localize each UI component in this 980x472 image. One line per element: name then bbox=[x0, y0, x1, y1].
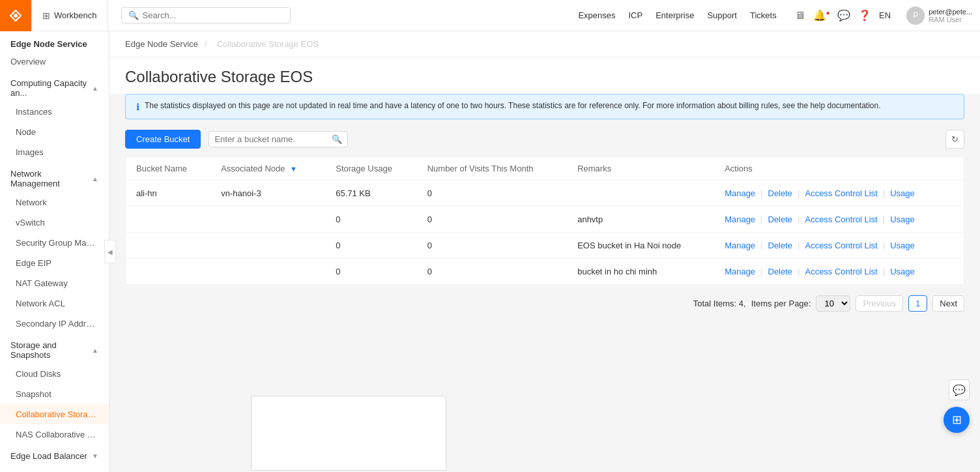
nav-icons: 🖥 🔔● 💬 ❓ EN bbox=[787, 9, 899, 22]
cell-remarks-0 bbox=[567, 181, 714, 207]
sidebar-item-snapshot[interactable]: Snapshot bbox=[0, 384, 109, 404]
nav-support[interactable]: Support bbox=[707, 10, 737, 20]
nav-icp[interactable]: ICP bbox=[629, 10, 643, 20]
bucket-name-popup bbox=[251, 396, 446, 471]
avatar: P bbox=[906, 7, 925, 25]
sidebar-computing-label: Computing Capacity an... bbox=[10, 78, 92, 98]
action-manage-1[interactable]: Manage bbox=[725, 214, 755, 224]
sidebar-item-overview[interactable]: Overview bbox=[0, 52, 109, 72]
sidebar-item-images[interactable]: Images bbox=[0, 142, 109, 162]
prev-button[interactable]: Previous bbox=[856, 295, 903, 312]
cell-bucket-name-1 bbox=[126, 207, 210, 233]
logo[interactable] bbox=[0, 0, 31, 31]
col-bucket-name: Bucket Name bbox=[126, 157, 210, 181]
bell-icon[interactable]: 🔔● bbox=[813, 9, 829, 22]
action-usage-3[interactable]: Usage bbox=[890, 267, 915, 276]
create-bucket-button[interactable]: Create Bucket bbox=[125, 130, 201, 149]
search-input[interactable] bbox=[143, 10, 273, 20]
user-role: RAM User bbox=[929, 16, 972, 23]
bucket-table: Bucket Name Associated Node ▼ Storage Us… bbox=[125, 156, 964, 285]
nav-expenses[interactable]: Expenses bbox=[578, 10, 615, 20]
action-usage-0[interactable]: Usage bbox=[890, 188, 915, 198]
action-acl-1[interactable]: Access Control List bbox=[805, 214, 877, 224]
sidebar-item-network[interactable]: Network bbox=[0, 192, 109, 213]
monitor-icon[interactable]: 🖥 bbox=[795, 10, 805, 22]
table-row: 0 0 anhvtp Manage | Delete | Access Cont… bbox=[126, 207, 964, 233]
sidebar-item-node[interactable]: Node bbox=[0, 122, 109, 142]
sidebar-load-balancer-label: Edge Load Balancer bbox=[10, 451, 87, 461]
apps-float-button[interactable]: ⊞ bbox=[944, 407, 970, 433]
action-manage-2[interactable]: Manage bbox=[725, 241, 755, 250]
sidebar-network-header[interactable]: Network Management ▲ bbox=[0, 162, 109, 192]
breadcrumb: Edge Node Service / Collaborative Storag… bbox=[109, 31, 980, 57]
search-icon: 🔍 bbox=[128, 10, 139, 20]
user-menu[interactable]: P peter@pete... RAM User bbox=[899, 7, 980, 25]
sidebar-item-edge-eip[interactable]: Edge EIP bbox=[0, 253, 109, 273]
cell-actions-0: Manage | Delete | Access Control List | … bbox=[714, 181, 964, 207]
cell-node-3 bbox=[210, 259, 325, 285]
sidebar-item-collaborative-storage[interactable]: Collaborative Storage E( bbox=[0, 404, 109, 424]
action-delete-3[interactable]: Delete bbox=[768, 267, 793, 276]
col-associated-node: Associated Node ▼ bbox=[210, 157, 325, 181]
sidebar-storage-header[interactable]: Storage and Snapshots ▲ bbox=[0, 334, 109, 364]
main-content: Edge Node Service / Collaborative Storag… bbox=[109, 31, 980, 472]
nav-enterprise[interactable]: Enterprise bbox=[656, 10, 694, 20]
action-manage-0[interactable]: Manage bbox=[725, 188, 755, 198]
action-manage-3[interactable]: Manage bbox=[725, 267, 755, 276]
sidebar-item-vswitch[interactable]: vSwitch bbox=[0, 213, 109, 233]
filter-icon[interactable]: ▼ bbox=[290, 165, 297, 173]
action-delete-0[interactable]: Delete bbox=[768, 188, 793, 198]
chat-icon[interactable]: 💬 bbox=[837, 9, 850, 22]
current-page: 1 bbox=[908, 295, 927, 312]
action-usage-1[interactable]: Usage bbox=[890, 214, 915, 224]
sidebar-collapse-toggle[interactable]: ◀ bbox=[104, 240, 116, 263]
sidebar-item-nas[interactable]: NAS Collaborative Storag bbox=[0, 424, 109, 445]
action-delete-1[interactable]: Delete bbox=[768, 214, 793, 224]
table: Bucket Name Associated Node ▼ Storage Us… bbox=[126, 157, 964, 284]
action-acl-3[interactable]: Access Control List bbox=[805, 267, 877, 276]
action-acl-2[interactable]: Access Control List bbox=[805, 241, 877, 250]
nav-tickets[interactable]: Tickets bbox=[750, 10, 777, 20]
cell-visits-1: 0 bbox=[417, 207, 567, 233]
svg-point-1 bbox=[14, 14, 18, 18]
content-area: Create Bucket 🔍 ↻ Bucket Name Associate bbox=[109, 130, 980, 322]
cell-node-1 bbox=[210, 207, 325, 233]
cell-storage-1: 0 bbox=[325, 207, 416, 233]
sidebar-computing-header[interactable]: Computing Capacity an... ▲ bbox=[0, 72, 109, 102]
total-items-label: Total Items: 4, bbox=[693, 299, 746, 308]
sidebar-item-secondary-ip[interactable]: Secondary IP Address bbox=[0, 314, 109, 334]
lang-selector[interactable]: EN bbox=[879, 10, 891, 20]
per-page-select[interactable]: 10 20 50 bbox=[816, 295, 850, 312]
cell-remarks-3: bucket in ho chi minh bbox=[567, 259, 714, 285]
action-delete-2[interactable]: Delete bbox=[768, 241, 793, 250]
next-button[interactable]: Next bbox=[932, 295, 964, 312]
cell-remarks-1: anhvtp bbox=[567, 207, 714, 233]
items-per-page-label: Items per Page: bbox=[751, 299, 811, 308]
action-acl-0[interactable]: Access Control List bbox=[805, 188, 877, 198]
col-actions: Actions bbox=[714, 157, 964, 181]
refresh-button[interactable]: ↻ bbox=[945, 130, 964, 149]
breadcrumb-edge-node[interactable]: Edge Node Service bbox=[125, 39, 198, 49]
sidebar-item-nat-gateway[interactable]: NAT Gateway bbox=[0, 273, 109, 293]
sidebar-load-balancer-header[interactable]: Edge Load Balancer ▼ bbox=[0, 445, 109, 465]
search-box: 🔍 bbox=[121, 7, 291, 23]
sidebar-item-network-acl[interactable]: Network ACL bbox=[0, 293, 109, 314]
bucket-search-input[interactable] bbox=[214, 134, 332, 144]
help-icon[interactable]: ❓ bbox=[858, 9, 871, 22]
cell-visits-2: 0 bbox=[417, 233, 567, 259]
search-icon[interactable]: 🔍 bbox=[332, 134, 342, 144]
sidebar-item-cloud-disks[interactable]: Cloud Disks bbox=[0, 364, 109, 384]
cell-node-0: vn-hanoi-3 bbox=[210, 181, 325, 207]
table-row: 0 0 EOS bucket in Ha Noi node Manage | D… bbox=[126, 233, 964, 259]
workbench-button[interactable]: ⊞ Workbench bbox=[31, 0, 108, 31]
sidebar-item-security-group[interactable]: Security Group Managem bbox=[0, 233, 109, 253]
sidebar-item-instances[interactable]: Instances bbox=[0, 102, 109, 122]
action-usage-2[interactable]: Usage bbox=[890, 241, 915, 250]
cell-actions-2: Manage | Delete | Access Control List | … bbox=[714, 233, 964, 259]
chevron-up-icon-3: ▲ bbox=[92, 347, 98, 354]
cell-visits-0: 0 bbox=[417, 181, 567, 207]
chat-float-button[interactable]: 💬 bbox=[949, 379, 970, 400]
breadcrumb-current: Collaborative Storage EOS bbox=[217, 39, 319, 49]
user-info: peter@pete... RAM User bbox=[929, 8, 972, 23]
chevron-up-icon: ▲ bbox=[92, 85, 98, 92]
